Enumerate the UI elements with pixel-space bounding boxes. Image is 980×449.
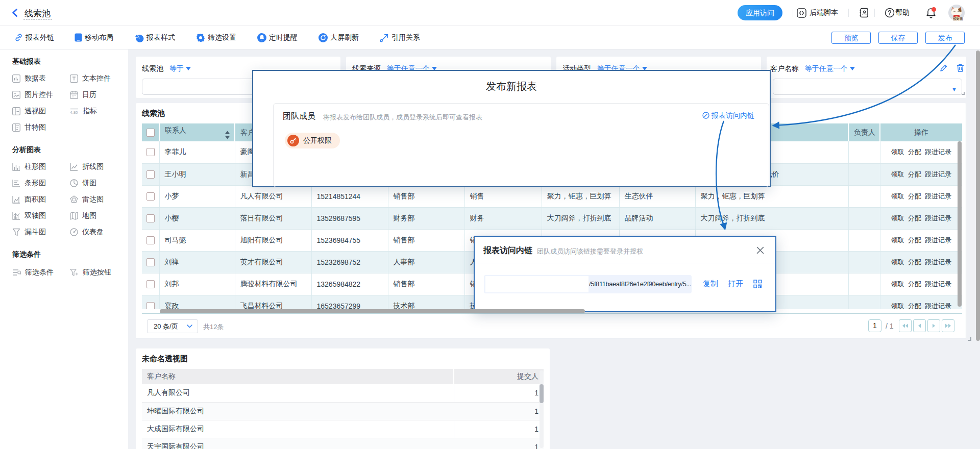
svg-text:招财猫: 招财猫 <box>952 17 963 21</box>
svg-text:4,80: 4,80 <box>70 110 78 115</box>
